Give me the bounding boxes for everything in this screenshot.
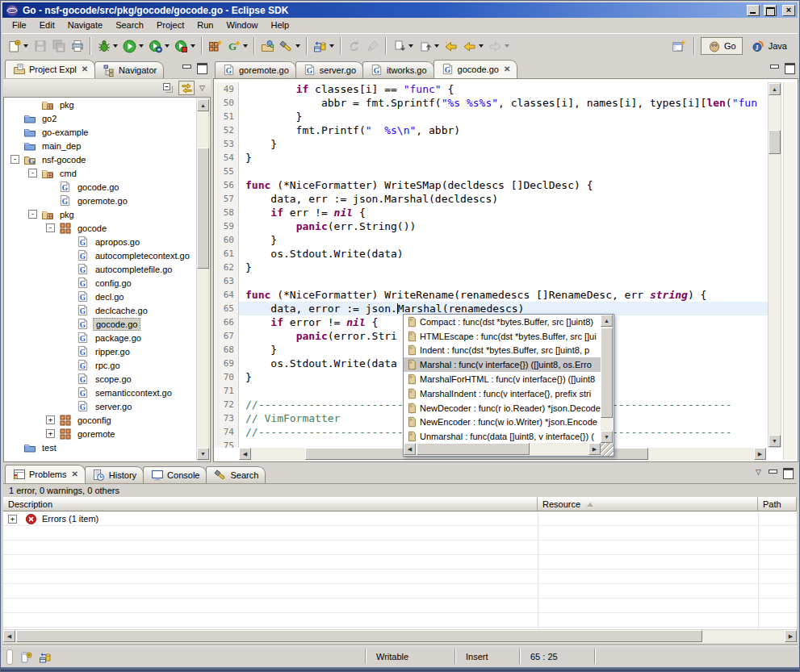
view-tab-project-expl[interactable]: Project Expl✕ — [5, 60, 95, 78]
run-button[interactable] — [120, 36, 146, 56]
minimize-button[interactable] — [747, 5, 760, 16]
completion-item[interactable]: Marshal : func(v interface{}) ([]uint8, … — [404, 357, 601, 372]
popup-hscrollbar[interactable]: ◀ ▶ — [404, 443, 601, 456]
tree-item-cmd[interactable]: -cmd — [4, 166, 210, 180]
tree-item-gocode[interactable]: -gocode — [4, 221, 210, 235]
dropdown-arrow-icon[interactable] — [243, 44, 248, 48]
code-line-58[interactable]: 58 if err != nil { — [215, 206, 769, 219]
completion-item[interactable]: MarshalIndent : func(v interface{}, pref… — [404, 386, 601, 401]
scroll-up-icon[interactable]: ▲ — [769, 83, 781, 95]
dropdown-arrow-icon[interactable] — [434, 44, 439, 48]
column-header-description[interactable]: Description — [3, 497, 538, 511]
scroll-down-icon[interactable]: ▼ — [197, 448, 209, 460]
view-tab-console[interactable]: Console — [143, 466, 207, 483]
code-line-56[interactable]: 56func (*NiceFormatter) WriteSMap(declde… — [215, 178, 769, 192]
code-line-64[interactable]: 64func (*NiceFormatter) WriteRename(rena… — [215, 288, 769, 302]
collapse-toggle-icon[interactable]: - — [28, 169, 37, 177]
previous-annotation-button[interactable] — [416, 36, 442, 56]
title-bar[interactable]: Go - nsf-gocode/src/pkg/gocode/gocode.go… — [2, 2, 798, 18]
print-button[interactable] — [68, 36, 86, 56]
maximize-editor-icon[interactable] — [784, 62, 796, 73]
menu-help[interactable]: Help — [265, 19, 296, 32]
scroll-up-icon[interactable]: ▲ — [197, 99, 209, 111]
dropdown-arrow-icon[interactable] — [408, 44, 413, 48]
code-line-59[interactable]: 59 panic(err.String()) — [215, 219, 769, 233]
tree-item-goremote.go[interactable]: Ggoremote.go — [4, 194, 210, 207]
tree-item-decl.go[interactable]: Gdecl.go — [4, 290, 210, 303]
tree-scroll-thumb[interactable] — [197, 148, 209, 269]
completion-item[interactable]: MarshalForHTML : func(v interface{}) ([]… — [404, 372, 601, 386]
tree-item-goremote[interactable]: +goremote — [4, 427, 210, 440]
popup-vscroll-thumb[interactable] — [601, 328, 613, 418]
perspective-java-button[interactable]: JJava — [745, 37, 794, 55]
tree-item-semanticcontext.go[interactable]: Gsemanticcontext.go — [4, 386, 210, 399]
scroll-left-icon[interactable]: ◀ — [239, 448, 251, 460]
external-tools-button[interactable] — [172, 36, 198, 56]
scroll-down-icon[interactable]: ▼ — [769, 435, 781, 447]
code-line-49[interactable]: 49 if classes[i] == "func" { — [215, 82, 769, 96]
view-tab-history[interactable]: History — [85, 466, 144, 483]
minimize-editor-icon[interactable] — [769, 62, 781, 73]
code-line-61[interactable]: 61 os.Stdout.Write(data) — [215, 247, 769, 261]
dropdown-arrow-icon[interactable] — [329, 44, 334, 48]
scroll-left-icon[interactable]: ◀ — [3, 630, 15, 642]
new-button[interactable] — [5, 36, 31, 56]
link-with-editor-button[interactable] — [178, 81, 195, 95]
tree-item-rpc.go[interactable]: Grpc.go — [4, 358, 210, 372]
collapse-toggle-icon[interactable]: - — [28, 210, 37, 219]
tree-item-autocompletecontext.go[interactable]: Gautocompletecontext.go — [4, 248, 210, 262]
open-perspective-button[interactable] — [669, 36, 688, 56]
close-tab-icon[interactable]: ✕ — [504, 65, 510, 73]
scroll-right-icon[interactable]: ▶ — [588, 443, 601, 455]
menu-navigate[interactable]: Navigate — [61, 19, 109, 32]
tree-scrollbar[interactable]: ▲ ▼ — [196, 98, 209, 461]
search-button[interactable] — [277, 36, 303, 56]
code-line-60[interactable]: 60 } — [215, 233, 769, 247]
maximize-button[interactable] — [764, 5, 777, 16]
minimize-view-icon[interactable] — [767, 467, 779, 478]
column-header-resource[interactable]: Resource — [538, 497, 758, 511]
popup-resize-grip[interactable] — [601, 443, 614, 456]
completion-item[interactable]: Indent : func(dst *bytes.Buffer, src []u… — [404, 344, 601, 358]
tree-item-apropos.go[interactable]: Gapropos.go — [4, 235, 210, 248]
code-line-55[interactable]: 55 — [215, 165, 769, 178]
scroll-right-icon[interactable]: ▶ — [754, 448, 766, 460]
problems-row[interactable]: +Errors (1 item) — [3, 511, 797, 526]
tree-item-scope.go[interactable]: Gscope.go — [4, 372, 210, 386]
dropdown-arrow-icon[interactable] — [295, 44, 300, 48]
view-menu-icon[interactable]: ▽ — [197, 84, 207, 92]
menu-project[interactable]: Project — [150, 19, 191, 32]
editor-tab-gocode.go[interactable]: Ggocode.go✕ — [434, 60, 518, 78]
dropdown-arrow-icon[interactable] — [479, 44, 484, 48]
code-line-53[interactable]: 53 } — [215, 137, 769, 151]
code-line-52[interactable]: 52 fmt.Printf(" %s\n", abbr) — [215, 123, 769, 137]
view-tab-search[interactable]: Search — [206, 466, 266, 483]
collapse-toggle-icon[interactable]: - — [46, 223, 55, 232]
code-line-54[interactable]: 54} — [215, 151, 769, 165]
new-go-element-button[interactable]: G — [224, 36, 250, 56]
maximize-view-icon[interactable] — [196, 62, 208, 73]
completion-item[interactable]: HTMLEscape : func(dst *bytes.Buffer, src… — [404, 329, 601, 344]
tree-item-nsf-gocode[interactable]: -Gnsf-gocode — [4, 152, 210, 166]
overview-ruler[interactable] — [783, 82, 796, 460]
scroll-up-icon[interactable]: ▲ — [601, 315, 613, 327]
dropdown-arrow-icon[interactable] — [165, 44, 170, 48]
tree-item-gocode.go[interactable]: Ggocode.go — [4, 180, 210, 194]
scroll-right-icon[interactable]: ▶ — [785, 630, 797, 642]
expand-toggle-icon[interactable]: + — [46, 415, 55, 424]
tree-item-pkg[interactable]: pkg — [4, 98, 210, 111]
new-go-package-button[interactable] — [206, 36, 224, 56]
tree-item-ripper.go[interactable]: Gripper.go — [4, 344, 210, 358]
code-line-50[interactable]: 50 abbr = fmt.Sprintf("%s %s%s", classes… — [215, 96, 769, 110]
tree-item-goconfig[interactable]: +goconfig — [4, 413, 210, 427]
code-line-63[interactable]: 63 — [215, 274, 769, 288]
menu-window[interactable]: Window — [220, 19, 264, 32]
tree-item-gocode.go[interactable]: Ggocode.go — [4, 317, 210, 331]
dropdown-arrow-icon[interactable] — [505, 44, 509, 48]
editor-tab-itworks.go[interactable]: Gitworks.go — [362, 61, 434, 78]
tree-item-main_dep[interactable]: main_dep — [4, 139, 210, 152]
dropdown-arrow-icon[interactable] — [113, 44, 118, 48]
completion-item[interactable]: Unmarshal : func(data []uint8, v interfa… — [404, 429, 601, 443]
tree-item-autocompletefile.go[interactable]: Gautocompletefile.go — [4, 262, 210, 276]
tree-item-go-example[interactable]: go-example — [4, 125, 210, 139]
